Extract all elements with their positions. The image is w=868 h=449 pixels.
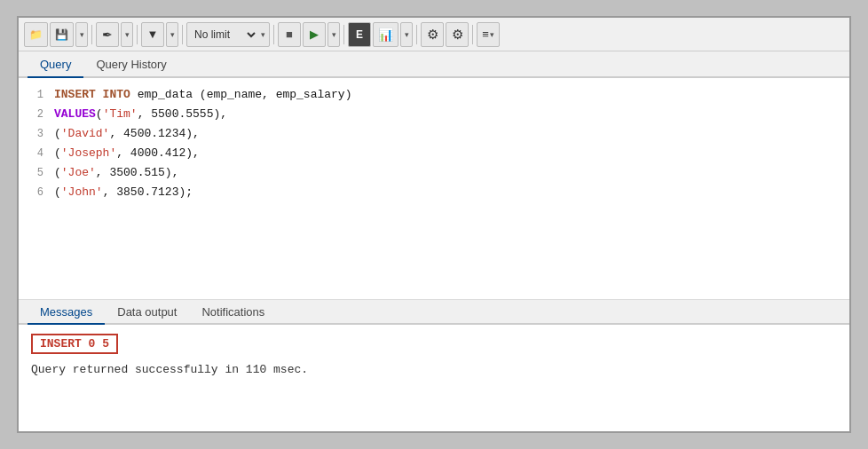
rollback-icon: ⚙ bbox=[452, 27, 463, 43]
filter-button[interactable]: ▼ bbox=[141, 22, 164, 47]
editor-tabs-bar: Query Query History bbox=[19, 51, 849, 78]
filter-icon: ▼ bbox=[147, 28, 159, 41]
line-num-5: 5 bbox=[19, 163, 54, 183]
separator-2 bbox=[137, 25, 138, 44]
rollback-button[interactable]: ⚙ bbox=[446, 22, 469, 47]
bottom-tabs-bar: Messages Data output Notifications bbox=[19, 300, 849, 325]
code-line-6: 6 ('John', 3850.7123); bbox=[19, 183, 849, 202]
play-icon: ▶ bbox=[310, 28, 319, 41]
explain-chevron-icon: ▾ bbox=[405, 30, 409, 39]
stop-icon: ■ bbox=[286, 28, 293, 41]
pen-icon: ✒ bbox=[102, 28, 113, 42]
tab-messages[interactable]: Messages bbox=[28, 300, 105, 325]
limit-chevron-icon: ▾ bbox=[261, 30, 265, 39]
separator-6 bbox=[416, 25, 417, 44]
code-line-4: 4 ('Joseph', 4000.412), bbox=[19, 144, 849, 163]
stop-button[interactable]: ■ bbox=[278, 22, 301, 47]
chevron-down-icon: ▾ bbox=[80, 30, 84, 39]
line-num-6: 6 bbox=[19, 183, 54, 202]
line-num-3: 3 bbox=[19, 124, 54, 144]
code-content-1: INSERT INTO emp_data (emp_name, emp_sala… bbox=[54, 85, 849, 105]
menu-button[interactable]: ≡ ▾ bbox=[477, 22, 500, 47]
limit-dropdown[interactable]: No limit 100 rows 500 rows 1000 rows ▾ bbox=[186, 22, 270, 47]
chevron-down-icon-3: ▾ bbox=[170, 30, 175, 39]
result-badge: INSERT 0 5 bbox=[31, 334, 118, 354]
main-window: 📁 💾 ▾ ✒ ▾ ▼ ▾ No limit 100 rows 500 rows bbox=[17, 16, 851, 433]
code-editor[interactable]: 1 INSERT INTO emp_data (emp_name, emp_sa… bbox=[19, 78, 849, 300]
limit-select[interactable]: No limit 100 rows 500 rows 1000 rows bbox=[191, 28, 258, 42]
chevron-down-icon-2: ▾ bbox=[125, 30, 130, 39]
open-button[interactable]: 📁 bbox=[24, 22, 48, 47]
edit-dropdown[interactable]: ▾ bbox=[121, 22, 133, 47]
run-dropdown[interactable]: ▾ bbox=[327, 22, 340, 47]
messages-content: INSERT 0 5 Query returned successfully i… bbox=[19, 325, 849, 431]
line-num-1: 1 bbox=[19, 85, 54, 105]
code-line-3: 3 ('David', 4500.1234), bbox=[19, 124, 849, 144]
tab-notifications[interactable]: Notifications bbox=[189, 300, 277, 325]
chart-icon: 📊 bbox=[378, 28, 393, 42]
separator-7 bbox=[472, 25, 473, 44]
code-line-1: 1 INSERT INTO emp_data (emp_name, emp_sa… bbox=[19, 85, 849, 105]
explain-button[interactable]: E bbox=[348, 22, 371, 47]
explain-icon: E bbox=[356, 28, 363, 41]
explain-analyze-button[interactable]: 📊 bbox=[373, 22, 398, 47]
line-num-4: 4 bbox=[19, 144, 54, 163]
run-chevron-icon: ▾ bbox=[332, 30, 336, 39]
separator-4 bbox=[273, 25, 274, 44]
success-message: Query returned successfully in 110 msec. bbox=[31, 363, 837, 376]
edit-button[interactable]: ✒ bbox=[96, 22, 119, 47]
separator-5 bbox=[343, 25, 344, 44]
tab-data-output[interactable]: Data output bbox=[105, 300, 189, 325]
separator-3 bbox=[182, 25, 183, 44]
folder-icon: 📁 bbox=[29, 28, 43, 41]
filter-dropdown[interactable]: ▾ bbox=[166, 22, 178, 47]
bottom-panel: Messages Data output Notifications INSER… bbox=[19, 300, 849, 431]
code-content-2: VALUES('Tim', 5500.5555), bbox=[54, 105, 849, 124]
separator-1 bbox=[91, 25, 92, 44]
code-content-3: ('David', 4500.1234), bbox=[54, 124, 849, 144]
explain-dropdown[interactable]: ▾ bbox=[400, 22, 413, 47]
commit-icon: ⚙ bbox=[427, 27, 438, 43]
toolbar: 📁 💾 ▾ ✒ ▾ ▼ ▾ No limit 100 rows 500 rows bbox=[19, 18, 849, 51]
code-content-6: ('John', 3850.7123); bbox=[54, 183, 849, 202]
tab-query[interactable]: Query bbox=[28, 51, 83, 78]
save-icon: 💾 bbox=[55, 28, 68, 41]
code-content-5: ('Joe', 3500.515), bbox=[54, 163, 849, 183]
commit-button[interactable]: ⚙ bbox=[421, 22, 444, 47]
code-line-5: 5 ('Joe', 3500.515), bbox=[19, 163, 849, 183]
code-content-4: ('Joseph', 4000.412), bbox=[54, 144, 849, 163]
menu-icon: ≡ bbox=[482, 28, 489, 41]
menu-chevron-icon: ▾ bbox=[490, 30, 494, 39]
code-line-2: 2 VALUES('Tim', 5500.5555), bbox=[19, 105, 849, 124]
save-dropdown[interactable]: ▾ bbox=[75, 22, 88, 47]
save-button[interactable]: 💾 bbox=[50, 22, 74, 47]
tab-query-history[interactable]: Query History bbox=[83, 51, 178, 78]
run-button[interactable]: ▶ bbox=[303, 22, 326, 47]
line-num-2: 2 bbox=[19, 105, 54, 124]
